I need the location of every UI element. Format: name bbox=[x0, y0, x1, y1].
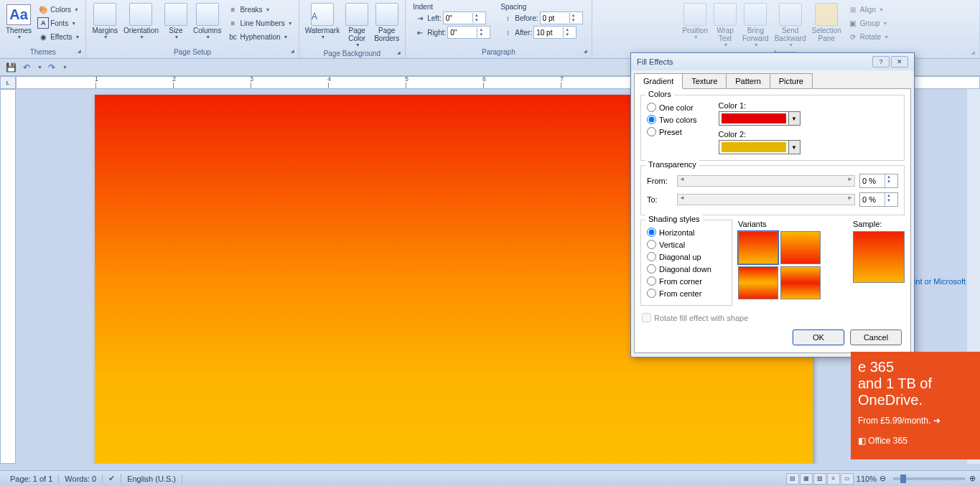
themes-button[interactable]: Aa Themes ▼ bbox=[3, 1, 34, 41]
color2-swatch bbox=[722, 142, 786, 152]
proofing-icon[interactable]: ✔ bbox=[103, 474, 121, 483]
tab-pattern[interactable]: Pattern bbox=[726, 73, 770, 89]
save-button[interactable]: 💾 bbox=[4, 61, 17, 74]
indent-left-icon: ⇥ bbox=[414, 12, 426, 24]
undo-menu[interactable]: ▼ bbox=[37, 65, 42, 70]
effects-button[interactable]: ◉Effects▼ bbox=[36, 30, 81, 43]
rotate-button: ⟳Rotate▼ bbox=[846, 30, 890, 43]
spacing-before-icon: ↕ bbox=[502, 12, 513, 24]
undo-button[interactable]: ↶ bbox=[20, 61, 33, 74]
cancel-button[interactable]: Cancel bbox=[850, 330, 902, 345]
rotate-fill-checkbox[interactable]: Rotate fill effect with shape bbox=[640, 310, 905, 325]
wrap-text-button: Wrap Text▼ bbox=[711, 1, 739, 49]
print-layout-view[interactable]: ▤ bbox=[786, 473, 799, 485]
transparency-from-input[interactable]: ▲▼ bbox=[859, 174, 898, 188]
align-button[interactable]: ⊞Align▼ bbox=[846, 3, 890, 16]
variant-4[interactable] bbox=[780, 266, 821, 299]
zoom-in-button[interactable]: ⊕ bbox=[969, 474, 976, 483]
chevron-down-icon: ▼ bbox=[788, 141, 800, 154]
margins-button[interactable]: Margins▼ bbox=[89, 1, 121, 41]
indent-right-row: ⇤Right: ▲▼ bbox=[413, 25, 492, 39]
language-status[interactable]: English (U.S.) bbox=[121, 475, 182, 483]
vertical-ruler[interactable] bbox=[0, 89, 16, 464]
color2-dropdown[interactable]: ▼ bbox=[719, 140, 801, 154]
arrow-right-icon: ➜ bbox=[933, 416, 941, 426]
tab-gradient[interactable]: Gradient bbox=[634, 73, 683, 89]
page-status[interactable]: Page: 1 of 1 bbox=[4, 475, 59, 483]
fill-effects-dialog: Fill Effects ? ✕ Gradient Texture Patter… bbox=[630, 52, 915, 358]
selection-pane-button[interactable]: Selection Pane bbox=[809, 1, 844, 44]
close-button[interactable]: ✕ bbox=[891, 56, 908, 67]
draft-view[interactable]: ▭ bbox=[841, 473, 854, 485]
line-numbers-button[interactable]: ≡Line Numbers▼ bbox=[225, 17, 294, 29]
spacing-before-input[interactable]: ▲▼ bbox=[540, 11, 583, 24]
one-color-radio[interactable]: One color bbox=[647, 101, 697, 113]
breaks-button[interactable]: ≡Breaks▼ bbox=[225, 3, 294, 16]
side-link[interactable]: int or Microsoft bbox=[914, 277, 966, 286]
columns-button[interactable]: Columns▼ bbox=[190, 1, 224, 41]
watermark-button[interactable]: AWatermark▼ bbox=[302, 1, 343, 41]
ruler-corner[interactable]: L bbox=[0, 76, 16, 89]
customize-qat[interactable]: ▼ bbox=[62, 65, 67, 70]
ok-button[interactable]: OK bbox=[793, 330, 844, 345]
indent-right-icon: ⇤ bbox=[414, 27, 426, 38]
spacing-header: Spacing bbox=[500, 3, 584, 11]
hyphenation-button[interactable]: bcHyphenation▼ bbox=[225, 30, 294, 43]
transparency-to-label: To: bbox=[647, 195, 673, 204]
bring-forward-button: Bring Forward▼ bbox=[739, 1, 772, 49]
indent-left-input[interactable]: ▲▼ bbox=[443, 11, 486, 24]
indent-right-input[interactable]: ▲▼ bbox=[447, 26, 490, 39]
full-screen-view[interactable]: ▦ bbox=[800, 473, 813, 485]
help-button[interactable]: ? bbox=[872, 56, 890, 67]
office365-ad[interactable]: e 365 and 1 TB of OneDrive. From £5.99/m… bbox=[851, 352, 980, 459]
web-layout-view[interactable]: ▧ bbox=[813, 473, 826, 485]
zoom-slider[interactable] bbox=[893, 477, 965, 480]
themes-icon: Aa bbox=[7, 3, 30, 26]
spacing-after-input[interactable]: ▲▼ bbox=[533, 26, 577, 39]
preset-radio[interactable]: Preset bbox=[647, 126, 697, 138]
page-color-button[interactable]: Page Color▼ bbox=[342, 1, 371, 49]
two-colors-radio[interactable]: Two colors bbox=[647, 113, 697, 126]
indent-header: Indent bbox=[413, 3, 492, 11]
redo-button[interactable]: ↷ bbox=[45, 61, 58, 74]
zoom-level[interactable]: 110% bbox=[857, 475, 877, 483]
orientation-button[interactable]: Orientation▼ bbox=[121, 1, 162, 41]
dialog-title-bar[interactable]: Fill Effects ? ✕ bbox=[631, 53, 914, 70]
colors-fieldset: Colors One color Two colors Preset Color… bbox=[640, 95, 905, 161]
transparency-to-slider[interactable] bbox=[677, 194, 855, 205]
zoom-out-button[interactable]: ⊖ bbox=[879, 474, 886, 483]
diagonal-up-radio[interactable]: Diagonal up bbox=[647, 251, 726, 263]
transparency-fieldset: Transparency From: ▲▼ To: ▲▼ bbox=[640, 165, 905, 215]
color1-dropdown[interactable]: ▼ bbox=[719, 111, 801, 126]
chevron-down-icon: ▼ bbox=[17, 34, 22, 39]
variant-2[interactable] bbox=[780, 231, 821, 264]
variant-1[interactable] bbox=[738, 231, 778, 264]
transparency-from-slider[interactable] bbox=[677, 175, 855, 187]
colors-button[interactable]: 🎨Colors▼ bbox=[36, 3, 81, 16]
vertical-radio[interactable]: Vertical bbox=[647, 238, 726, 251]
diagonal-down-radio[interactable]: Diagonal down bbox=[647, 263, 726, 275]
tab-picture[interactable]: Picture bbox=[770, 73, 813, 89]
from-center-radio[interactable]: From center bbox=[647, 287, 726, 299]
tab-texture[interactable]: Texture bbox=[682, 73, 727, 89]
fonts-button[interactable]: AFonts▼ bbox=[36, 17, 81, 29]
word-count[interactable]: Words: 0 bbox=[59, 475, 103, 483]
shading-styles-fieldset: Shading styles Horizontal Vertical Diago… bbox=[640, 220, 732, 306]
position-button: Position▼ bbox=[679, 1, 711, 41]
page-borders-icon bbox=[375, 3, 398, 26]
outline-view[interactable]: ≡ bbox=[827, 473, 840, 485]
page-borders-button[interactable]: Page Borders bbox=[371, 1, 402, 44]
ribbon-group-arrange: Position▼ Wrap Text▼ Bring Forward▼ Send… bbox=[592, 0, 980, 58]
spacing-after-row: ↕After: ▲▼ bbox=[500, 25, 584, 39]
transparency-to-input[interactable]: ▲▼ bbox=[859, 192, 898, 207]
size-button[interactable]: Size▼ bbox=[162, 1, 190, 41]
send-backward-button: Send Backward▼ bbox=[772, 1, 809, 49]
group-label: Themes bbox=[3, 47, 83, 57]
horizontal-radio[interactable]: Horizontal bbox=[647, 226, 726, 238]
page-color-icon bbox=[345, 3, 368, 26]
ribbon-group-page-setup: Margins▼ Orientation▼ Size▼ Columns▼ ≡Br… bbox=[86, 0, 299, 58]
effects-icon: ◉ bbox=[37, 31, 49, 42]
variant-3[interactable] bbox=[738, 266, 778, 299]
from-corner-radio[interactable]: From corner bbox=[647, 275, 726, 287]
group-label: Paragraph bbox=[409, 47, 588, 57]
